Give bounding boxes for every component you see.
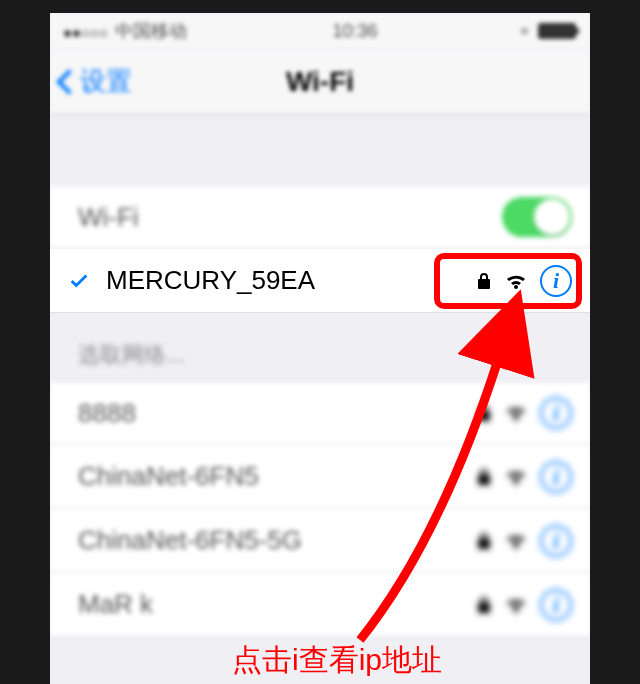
lock-icon — [476, 531, 492, 551]
network-name: ChinaNet-6FN5-5G — [78, 525, 476, 556]
network-row-icons: i — [476, 589, 572, 621]
wifi-icon — [504, 531, 528, 551]
wifi-toggle-label: Wi-Fi — [78, 202, 502, 233]
chevron-left-icon — [56, 69, 81, 94]
bluetooth-icon: ⚬ — [517, 20, 532, 42]
section-header: 选取网络... — [50, 329, 590, 381]
network-name: ChinaNet-6FN5 — [78, 461, 476, 492]
signal-dots-icon — [64, 21, 109, 42]
info-icon[interactable]: i — [540, 461, 572, 493]
info-icon[interactable]: i — [540, 525, 572, 557]
wifi-icon — [504, 467, 528, 487]
battery-icon — [538, 23, 576, 39]
lock-icon — [476, 271, 492, 291]
network-name: MaR k — [78, 589, 476, 620]
connected-network-row[interactable]: MERCURY_59EA i — [50, 249, 590, 313]
wifi-icon — [504, 595, 528, 615]
clock: 10:36 — [332, 21, 377, 42]
toggle-knob — [534, 199, 570, 235]
info-icon[interactable]: i — [540, 265, 572, 297]
status-bar: 中国移动 10:36 ⚬ — [50, 13, 590, 49]
wifi-icon — [504, 403, 528, 423]
wifi-toggle[interactable] — [502, 197, 572, 237]
network-row-icons: i — [476, 397, 572, 429]
checkmark-icon — [68, 268, 106, 294]
spacer — [50, 115, 590, 185]
back-label: 设置 — [80, 64, 132, 99]
info-icon[interactable]: i — [540, 397, 572, 429]
connected-network-name: MERCURY_59EA — [106, 265, 476, 296]
nav-header: 设置 Wi-Fi — [50, 49, 590, 115]
lock-icon — [476, 595, 492, 615]
network-row[interactable]: 8888 i — [50, 381, 590, 445]
phone-screen: 中国移动 10:36 ⚬ 设置 Wi-Fi Wi-Fi MERCURY_59EA — [50, 13, 590, 684]
wifi-icon — [504, 271, 528, 291]
network-row[interactable]: MaR k i — [50, 573, 590, 637]
wifi-toggle-row[interactable]: Wi-Fi — [50, 185, 590, 249]
spacer — [50, 313, 590, 329]
connected-row-icons: i — [476, 265, 572, 297]
lock-icon — [476, 403, 492, 423]
back-button[interactable]: 设置 — [50, 64, 132, 99]
lock-icon — [476, 467, 492, 487]
network-row-icons: i — [476, 461, 572, 493]
network-row[interactable]: ChinaNet-6FN5-5G i — [50, 509, 590, 573]
network-row-icons: i — [476, 525, 572, 557]
network-name: 8888 — [78, 398, 476, 429]
carrier-label: 中国移动 — [115, 19, 187, 43]
network-row[interactable]: ChinaNet-6FN5 i — [50, 445, 590, 509]
info-icon[interactable]: i — [540, 589, 572, 621]
